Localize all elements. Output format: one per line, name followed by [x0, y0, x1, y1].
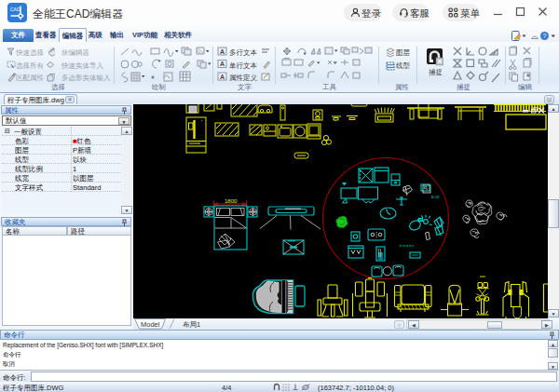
svg-text:A: A	[220, 61, 225, 67]
svg-text:B-08: B-08	[431, 195, 440, 199]
svg-text:A: A	[220, 48, 225, 55]
svg-text:1800: 1800	[225, 198, 238, 204]
svg-text:A: A	[220, 74, 225, 80]
svg-text:CAD: CAD	[10, 7, 20, 12]
svg-text:?: ?	[543, 33, 547, 39]
svg-text:布局1: 布局1	[183, 320, 200, 329]
svg-text:Model: Model	[141, 320, 160, 329]
